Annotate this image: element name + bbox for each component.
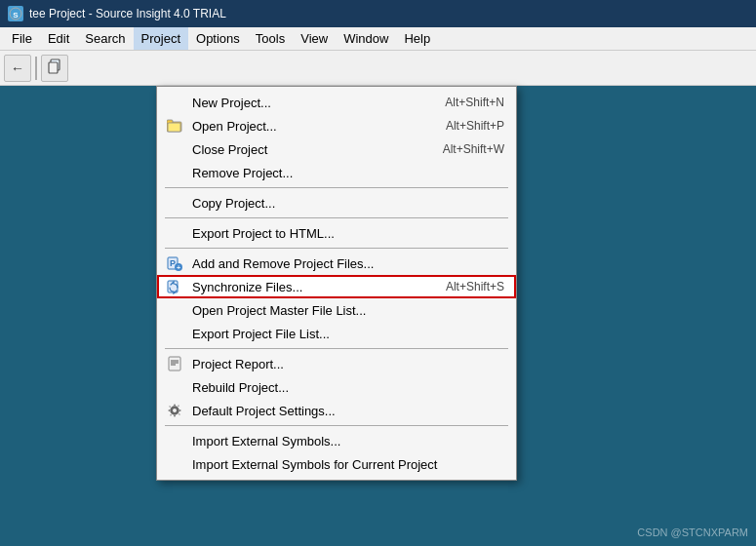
open-project-icon	[165, 116, 184, 136]
menu-options[interactable]: Options	[188, 27, 248, 50]
menu-import-symbols-current[interactable]: Import External Symbols for Current Proj…	[157, 452, 516, 476]
separator-5	[165, 425, 508, 426]
sync-icon	[165, 277, 184, 296]
default-settings-label: Default Project Settings...	[192, 404, 336, 418]
import-symbols-label: Import External Symbols...	[192, 434, 340, 448]
menu-help[interactable]: Help	[396, 27, 438, 50]
svg-rect-6	[168, 123, 180, 132]
menu-bar: File Edit Search Project Options Tools V…	[0, 27, 756, 51]
export-file-list-label: Export Project File List...	[192, 327, 330, 341]
menu-tools[interactable]: Tools	[248, 27, 293, 50]
svg-text:S: S	[13, 11, 19, 20]
add-remove-icon: P +	[165, 254, 184, 273]
menu-export-file-list[interactable]: Export Project File List...	[157, 322, 516, 345]
remove-project-label: Remove Project...	[192, 166, 293, 180]
watermark: CSDN @STCNXPARM	[637, 526, 748, 538]
close-project-label: Close Project	[192, 142, 267, 157]
gear-icon	[165, 401, 184, 420]
toolbar-separator-1	[35, 57, 37, 80]
menu-copy-project[interactable]: Copy Project...	[157, 191, 516, 214]
new-project-shortcut: Alt+Shift+N	[406, 96, 504, 109]
svg-point-18	[173, 409, 177, 412]
separator-1	[165, 187, 508, 188]
menu-search[interactable]: Search	[77, 27, 133, 50]
toolbar-back-button[interactable]: ←	[4, 55, 31, 82]
open-project-label: Open Project...	[192, 119, 277, 134]
menu-view[interactable]: View	[293, 27, 336, 50]
synchronize-files-shortcut: Alt+Shift+S	[407, 280, 504, 293]
new-project-label: New Project...	[192, 96, 271, 110]
menu-add-remove-files[interactable]: P + Add and Remove Project Files...	[157, 252, 516, 275]
close-project-shortcut: Alt+Shift+W	[404, 142, 504, 156]
import-symbols-current-label: Import External Symbols for Current Proj…	[192, 457, 437, 472]
project-report-label: Project Report...	[192, 357, 284, 371]
open-project-shortcut: Alt+Shift+P	[407, 119, 504, 133]
app-icon: S	[8, 6, 23, 21]
master-file-list-label: Open Project Master File List...	[192, 303, 366, 318]
title-bar: S tee Project - Source Insight 4.0 TRIAL	[0, 0, 756, 27]
menu-remove-project[interactable]: Remove Project...	[157, 161, 516, 184]
menu-export-html[interactable]: Export Project to HTML...	[157, 221, 516, 245]
toolbar: ←	[0, 51, 756, 86]
toolbar-copy-button[interactable]	[41, 55, 68, 82]
rebuild-project-label: Rebuild Project...	[192, 380, 289, 395]
synchronize-files-label: Synchronize Files...	[192, 280, 302, 294]
main-content: New Project... Alt+Shift+N Open Project.…	[0, 86, 756, 546]
separator-4	[165, 348, 508, 349]
menu-master-file-list[interactable]: Open Project Master File List...	[157, 298, 516, 322]
export-html-label: Export Project to HTML...	[192, 226, 335, 241]
menu-window[interactable]: Window	[336, 27, 396, 50]
copy-icon	[47, 58, 62, 77]
svg-rect-3	[49, 62, 58, 73]
menu-edit[interactable]: Edit	[40, 27, 77, 50]
separator-2	[165, 217, 508, 218]
separator-3	[165, 248, 508, 249]
menu-import-symbols[interactable]: Import External Symbols...	[157, 429, 516, 452]
project-dropdown-menu: New Project... Alt+Shift+N Open Project.…	[156, 86, 517, 481]
menu-synchronize-files[interactable]: Synchronize Files... Alt+Shift+S	[157, 275, 516, 298]
svg-text:+: +	[177, 264, 180, 271]
menu-default-settings[interactable]: Default Project Settings...	[157, 399, 516, 422]
svg-rect-12	[169, 357, 180, 370]
add-remove-files-label: Add and Remove Project Files...	[192, 256, 374, 271]
menu-open-project[interactable]: Open Project... Alt+Shift+P	[157, 114, 516, 137]
window-title: tee Project - Source Insight 4.0 TRIAL	[29, 7, 226, 20]
report-icon	[165, 354, 184, 373]
back-icon: ←	[11, 60, 24, 76]
menu-close-project[interactable]: Close Project Alt+Shift+W	[157, 137, 516, 161]
menu-rebuild-project[interactable]: Rebuild Project...	[157, 375, 516, 399]
menu-project[interactable]: Project	[134, 27, 188, 50]
menu-new-project[interactable]: New Project... Alt+Shift+N	[157, 91, 516, 114]
menu-file[interactable]: File	[4, 27, 40, 50]
copy-project-label: Copy Project...	[192, 196, 275, 211]
menu-project-report[interactable]: Project Report...	[157, 352, 516, 375]
